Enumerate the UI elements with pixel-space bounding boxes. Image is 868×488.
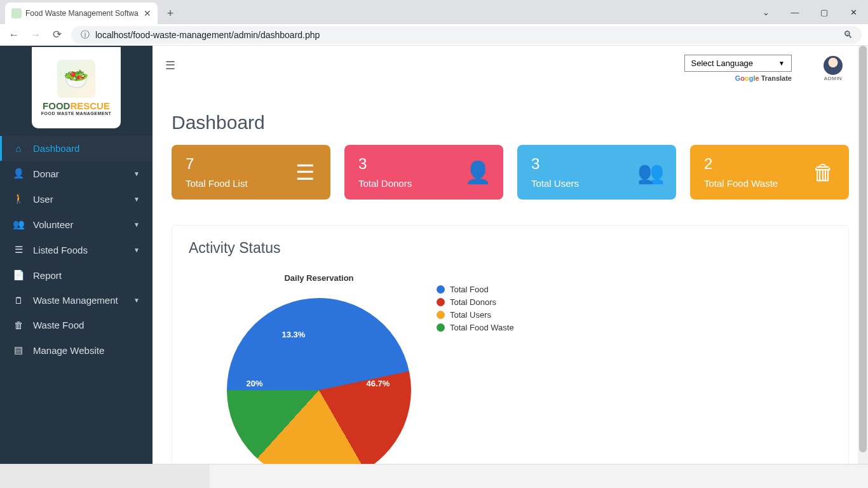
sidebar-item-dashboard[interactable]: ⌂ Dashboard — [0, 136, 153, 161]
stat-card-total-users[interactable]: 3 Total Users 👥 — [517, 145, 676, 200]
legend-dot — [437, 323, 445, 332]
page-title: Dashboard — [172, 112, 849, 133]
legend-label: Total Donors — [450, 297, 496, 307]
site-info-icon[interactable]: ⓘ — [80, 29, 90, 41]
globe-icon: ▤ — [13, 344, 24, 356]
list-bullet-icon: ☰ — [292, 159, 318, 185]
list-icon: ☰ — [13, 244, 24, 255]
close-window-icon[interactable]: ✕ — [839, 0, 868, 24]
chevron-down-icon: ▼ — [778, 60, 785, 67]
chart-title: Daily Reservation — [284, 273, 353, 283]
person-icon: 👤 — [13, 168, 24, 179]
sidebar-item-waste-food[interactable]: 🗑 Waste Food — [0, 313, 153, 337]
legend-label: Total Food Waste — [450, 323, 514, 332]
user-icon: 🚶 — [13, 193, 24, 205]
reload-icon[interactable]: ⟳ — [50, 27, 65, 43]
logo-title: FOODRESCUE — [43, 100, 110, 111]
pie-chart: 46.7%20%13.3% — [227, 298, 411, 464]
volunteer-icon: 👥 — [13, 219, 24, 230]
sidebar-item-label: Report — [33, 270, 140, 281]
sidebar-item-user[interactable]: 🚶 User ▼ — [0, 186, 153, 212]
legend-label: Total Users — [450, 310, 491, 320]
caret-down-icon: ▼ — [133, 170, 140, 177]
close-tab-icon[interactable]: ✕ — [144, 8, 151, 18]
tab-title: Food Waste Management Softwa — [25, 9, 140, 18]
language-select[interactable]: Select Language ▼ — [684, 55, 792, 72]
browser-tab[interactable]: Food Waste Management Softwa ✕ — [5, 3, 158, 24]
sidebar-item-label: User — [33, 194, 125, 205]
sidebar-item-listed-foods[interactable]: ☰ Listed Foods ▼ — [0, 237, 153, 262]
maximize-icon[interactable]: ▢ — [810, 0, 839, 24]
waste-mgmt-icon: 🗒 — [13, 295, 24, 306]
sidebar-item-label: Waste Food — [33, 320, 140, 330]
legend-item[interactable]: Total Food — [437, 285, 514, 294]
legend-item[interactable]: Total Users — [437, 310, 514, 320]
trash-icon: 🗑 — [811, 159, 836, 185]
search-icon[interactable]: 🔍︎ — [843, 29, 853, 40]
stat-card-total-donors[interactable]: 3 Total Donors 👤 — [344, 145, 503, 200]
caret-down-icon: ▼ — [133, 297, 140, 304]
legend-item[interactable]: Total Donors — [437, 297, 514, 307]
legend-label: Total Food — [450, 285, 489, 294]
language-selected: Select Language — [691, 58, 754, 68]
sidebar-item-label: Listed Foods — [33, 245, 125, 255]
sidebar-item-volunteer[interactable]: 👥 Volunteer ▼ — [0, 212, 153, 237]
chevron-down-icon[interactable]: ⌄ — [751, 0, 780, 24]
activity-panel: Activity Status Daily Reservation 46.7%2… — [172, 225, 849, 464]
url-text: localhost/food-waste-management/admin/da… — [95, 30, 320, 40]
user-menu[interactable]: ADMIN — [824, 55, 843, 81]
forward-icon[interactable]: → — [28, 27, 43, 43]
donor-icon: 👤 — [465, 159, 491, 185]
stat-card-total-food-waste[interactable]: 2 Total Food Waste 🗑 — [690, 145, 849, 200]
minimize-icon[interactable]: — — [780, 0, 810, 24]
topbar: ☰ Select Language ▼ Google Translate ADM… — [153, 46, 868, 85]
sidebar-item-report[interactable]: 📄 Report — [0, 262, 153, 288]
pie-slice-label: 20% — [247, 379, 263, 388]
hamburger-icon[interactable]: ☰ — [165, 58, 175, 72]
pie-slice-label: 13.3% — [281, 330, 305, 339]
caret-down-icon: ▼ — [133, 221, 140, 228]
scrollbar[interactable] — [858, 46, 868, 464]
caret-down-icon: ▼ — [133, 247, 140, 254]
sidebar-item-label: Waste Management — [33, 295, 125, 306]
taskbar — [0, 464, 868, 488]
sidebar-menu: ⌂ Dashboard 👤 Donar ▼🚶 User ▼👥 Volunteer… — [0, 133, 153, 365]
logo[interactable]: FOODRESCUE FOOD WASTE MANAGEMENT — [32, 47, 121, 128]
file-icon: 📄 — [13, 269, 24, 281]
logo-subtitle: FOOD WASTE MANAGEMENT — [41, 111, 111, 116]
browser-tabbar: Food Waste Management Softwa ✕ + ⌄ — ▢ ✕ — [0, 0, 868, 24]
new-tab-button[interactable]: + — [161, 4, 179, 22]
back-icon[interactable]: ← — [6, 27, 22, 43]
stat-cards: 7 Total Food List ☰3 Total Donors 👤3 Tot… — [172, 145, 849, 200]
google-translate-label[interactable]: Google Translate — [735, 74, 792, 82]
sidebar: FOODRESCUE FOOD WASTE MANAGEMENT ⌂ Dashb… — [0, 46, 153, 464]
activity-title: Activity Status — [189, 240, 832, 257]
logo-icon — [57, 60, 95, 98]
window-controls: ⌄ — ▢ ✕ — [751, 0, 868, 24]
chart-legend: Total Food Total Donors Total Users Tota… — [437, 273, 514, 464]
stat-card-total-food-list[interactable]: 7 Total Food List ☰ — [172, 145, 330, 200]
trash-icon: 🗑 — [13, 320, 24, 330]
sidebar-item-label: Dashboard — [33, 143, 140, 154]
favicon — [11, 8, 22, 18]
pie-slice-label: 46.7% — [366, 379, 390, 388]
sidebar-item-manage-website[interactable]: ▤ Manage Website — [0, 337, 153, 363]
legend-dot — [437, 285, 445, 294]
sidebar-item-label: Donar — [33, 168, 125, 179]
legend-item[interactable]: Total Food Waste — [437, 323, 514, 332]
sidebar-item-waste-management[interactable]: 🗒 Waste Management ▼ — [0, 288, 153, 313]
sidebar-item-donar[interactable]: 👤 Donar ▼ — [0, 161, 153, 186]
home-icon: ⌂ — [13, 143, 24, 154]
url-bar[interactable]: ⓘ localhost/food-waste-management/admin/… — [71, 26, 862, 44]
sidebar-item-label: Manage Website — [33, 345, 140, 356]
avatar-label: ADMIN — [824, 76, 842, 81]
legend-dot — [437, 311, 445, 319]
users-icon: 👥 — [638, 159, 663, 185]
sidebar-item-label: Volunteer — [33, 219, 125, 230]
legend-dot — [437, 298, 445, 306]
avatar — [824, 56, 843, 75]
browser-addressbar: ← → ⟳ ⓘ localhost/food-waste-management/… — [0, 24, 868, 46]
caret-down-icon: ▼ — [133, 196, 140, 203]
